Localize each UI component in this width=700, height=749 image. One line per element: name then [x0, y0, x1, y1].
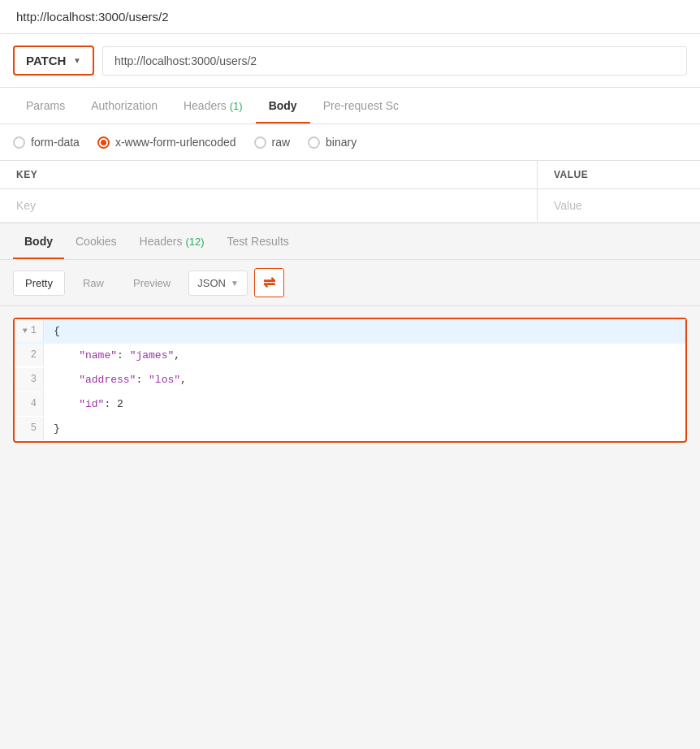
request-tabs: Params Authorization Headers (1) Body Pr… — [0, 88, 700, 124]
tab-headers[interactable]: Headers (1) — [171, 88, 256, 123]
radio-raw[interactable]: raw — [254, 136, 291, 149]
code-line-5: 5 } — [15, 417, 685, 441]
radio-circle-form-data — [13, 136, 25, 149]
line-num-2: 2 — [15, 344, 44, 366]
radio-circle-binary — [308, 136, 320, 149]
code-line-2: 2 "name": "james", — [15, 344, 685, 368]
resp-tab-body[interactable]: Body — [13, 223, 64, 259]
kv-table: KEY VALUE Key Value — [0, 161, 700, 223]
preview-button[interactable]: Preview — [122, 271, 182, 295]
url-bar-text: http://localhost:3000/users/2 — [16, 10, 169, 24]
radio-binary[interactable]: binary — [308, 136, 356, 149]
format-select[interactable]: JSON ▼ — [188, 271, 248, 296]
code-line-4: 4 "id": 2 — [15, 392, 685, 417]
chevron-down-icon: ▼ — [231, 279, 239, 288]
wrap-button[interactable]: ⇌ — [254, 268, 284, 297]
kv-key-cell[interactable]: Key — [0, 189, 538, 222]
code-line-1: ▼ 1 { — [15, 319, 685, 344]
line-num-5: 5 — [15, 417, 44, 439]
tab-authorization[interactable]: Authorization — [78, 88, 171, 123]
col-key-header: KEY — [0, 161, 538, 188]
pretty-button[interactable]: Pretty — [13, 271, 65, 296]
method-label: PATCH — [26, 54, 66, 67]
line-num-3: 3 — [15, 368, 44, 391]
line-num-4: 4 — [15, 392, 44, 415]
request-row: PATCH ▼ — [0, 34, 700, 88]
url-input[interactable] — [102, 46, 687, 76]
resp-tab-headers[interactable]: Headers (12) — [128, 223, 216, 259]
chevron-down-icon: ▼ — [73, 56, 81, 65]
format-bar: Pretty Raw Preview JSON ▼ ⇌ — [0, 260, 700, 306]
tab-body[interactable]: Body — [256, 88, 310, 123]
resp-tab-cookies[interactable]: Cookies — [64, 223, 128, 259]
radio-urlencoded[interactable]: x-www-form-urlencoded — [97, 136, 236, 149]
headers-badge: (1) — [230, 100, 243, 112]
radio-form-data[interactable]: form-data — [13, 136, 80, 149]
resp-headers-badge: (12) — [185, 236, 204, 248]
tab-params[interactable]: Params — [13, 88, 78, 123]
code-line-3: 3 "address": "los", — [15, 368, 685, 392]
body-type-row: form-data x-www-form-urlencoded raw bina… — [0, 124, 700, 161]
kv-val-cell[interactable]: Value — [538, 189, 700, 222]
method-button[interactable]: PATCH ▼ — [13, 45, 94, 76]
radio-circle-urlencoded — [97, 136, 110, 149]
json-code-block: ▼ 1 { 2 "name": "james", 3 "address": "l… — [13, 318, 687, 443]
resp-tab-test-results[interactable]: Test Results — [216, 223, 300, 259]
tab-prerequest[interactable]: Pre-request Sc — [310, 88, 412, 123]
radio-circle-raw — [254, 136, 266, 149]
col-val-header: VALUE — [538, 161, 700, 188]
raw-button[interactable]: Raw — [71, 271, 115, 295]
kv-header: KEY VALUE — [0, 161, 700, 189]
collapse-arrow[interactable]: ▼ — [23, 324, 28, 338]
wrap-icon: ⇌ — [263, 274, 275, 292]
response-tabs: Body Cookies Headers (12) Test Results — [0, 223, 700, 260]
line-num-1: ▼ 1 — [15, 319, 44, 342]
url-bar-top: http://localhost:3000/users/2 — [0, 0, 700, 34]
kv-placeholder-row: Key Value — [0, 189, 700, 223]
